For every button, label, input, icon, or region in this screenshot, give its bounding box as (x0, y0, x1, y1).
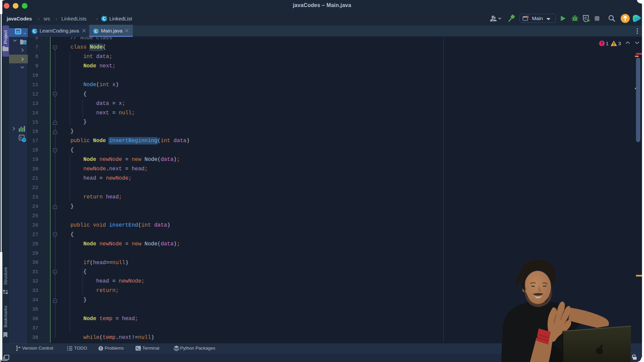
svg-text:C: C (33, 29, 36, 33)
svg-text:C: C (95, 29, 97, 33)
svg-text:C: C (103, 16, 106, 21)
